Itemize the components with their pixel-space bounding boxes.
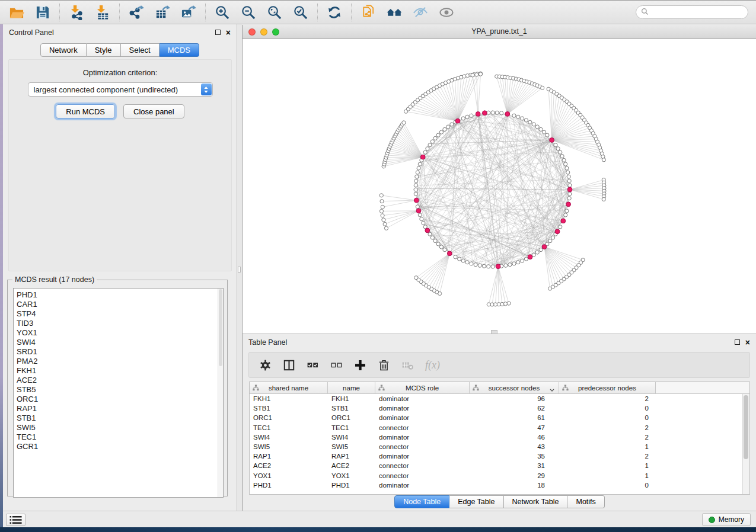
cell-shared-name: ORC1 [250, 414, 328, 421]
network-window-titlebar[interactable]: YPA_prune.txt_1 [242, 25, 756, 39]
sort-chevron-icon [550, 386, 554, 390]
column-header-mcds-role[interactable]: MCDS role [375, 382, 470, 393]
toolbar-group [351, 4, 463, 21]
show-all-button[interactable] [438, 4, 455, 21]
table-row[interactable]: ORC1ORC1dominator610 [250, 413, 742, 422]
close-table-panel-icon[interactable]: × [745, 339, 750, 345]
table-row[interactable]: PHD1PHD1dominator180 [250, 480, 742, 490]
cell-shared-name: YOX1 [250, 472, 328, 479]
cell-mcds-role: connector [375, 462, 470, 469]
toolbar-group [119, 4, 205, 21]
delete-column-button[interactable] [378, 359, 390, 371]
panels-menu-button[interactable] [6, 514, 25, 526]
result-item[interactable]: YOX1 [17, 328, 223, 338]
import-network-button[interactable] [68, 4, 85, 21]
result-item[interactable]: STB1 [17, 414, 223, 423]
zoom-selected-button[interactable] [292, 4, 309, 21]
minimize-traffic-light[interactable] [260, 28, 267, 36]
tab-select[interactable]: Select [121, 43, 160, 57]
result-item[interactable]: ORC1 [17, 395, 223, 404]
optimization-criterion-select[interactable]: largest connected component (undirected) [28, 82, 213, 97]
show-columns-button[interactable] [283, 359, 295, 371]
memory-button[interactable]: Memory [702, 513, 751, 526]
column-header-name[interactable]: name [328, 382, 375, 393]
table-row[interactable]: SWI5SWI5connector431 [250, 442, 742, 451]
result-item[interactable]: TEC1 [17, 432, 223, 442]
close-traffic-light[interactable] [248, 28, 256, 36]
toolbar-group [205, 4, 317, 21]
table-row[interactable]: RAP1RAP1dominator352 [250, 451, 742, 461]
save-session-button[interactable] [34, 4, 51, 21]
cell-successor-nodes: 62 [470, 405, 559, 412]
tab-network[interactable]: Network [40, 43, 87, 57]
open-file-button[interactable] [8, 4, 25, 21]
result-item[interactable]: SWI5 [17, 423, 223, 432]
cell-name: FKH1 [328, 395, 375, 402]
select-all-button[interactable] [307, 359, 319, 371]
export-table-button[interactable] [154, 4, 171, 21]
result-item[interactable]: STP4 [17, 309, 223, 319]
refresh-view-button[interactable] [326, 4, 343, 21]
optimization-criterion-label: Optimization criterion: [9, 68, 231, 77]
cell-name: SWI4 [328, 434, 375, 441]
splitter-grip[interactable] [238, 267, 241, 273]
import-table-button[interactable] [94, 4, 111, 21]
float-panel-icon[interactable] [215, 30, 221, 35]
table-row[interactable]: STB1STB1dominator620 [250, 403, 742, 413]
float-table-panel-icon[interactable] [735, 339, 740, 345]
column-header-successor-nodes[interactable]: successor nodes [470, 382, 559, 393]
column-header-label: shared name [269, 384, 308, 392]
table-row[interactable]: SWI4SWI4dominator462 [250, 432, 742, 442]
result-item[interactable]: TID3 [17, 319, 223, 328]
table-settings-button[interactable] [259, 359, 272, 371]
table-scrollbar-thumb[interactable] [744, 395, 748, 459]
tab-style[interactable]: Style [87, 43, 121, 57]
first-neighbors-button[interactable] [386, 4, 403, 21]
table-row[interactable]: YOX1YOX1connector291 [250, 471, 742, 480]
column-header-shared-name[interactable]: shared name [250, 382, 328, 393]
table-scrollbar[interactable] [742, 394, 749, 494]
export-network-button[interactable] [128, 4, 145, 21]
tab-network-table[interactable]: Network Table [504, 495, 568, 508]
result-scrollbar-thumb[interactable] [219, 289, 222, 366]
result-item[interactable]: PMA2 [17, 357, 223, 366]
result-item[interactable]: ACE2 [17, 376, 223, 385]
cell-successor-nodes: 61 [470, 414, 559, 421]
network-canvas[interactable] [242, 39, 756, 334]
tab-edge-table[interactable]: Edge Table [449, 495, 503, 508]
column-header-label: successor nodes [489, 384, 540, 392]
table-row[interactable]: FKH1FKH1dominator962 [250, 394, 742, 403]
zoom-in-button[interactable] [214, 4, 231, 21]
search-box[interactable] [636, 5, 748, 19]
tab-mcds[interactable]: MCDS [160, 43, 199, 57]
add-column-button[interactable] [354, 359, 366, 371]
duplicate-network-button[interactable] [360, 4, 377, 21]
result-item[interactable]: GCR1 [17, 442, 223, 451]
export-image-button[interactable] [180, 4, 197, 21]
result-item[interactable]: STB5 [17, 385, 223, 395]
run-mcds-button[interactable]: Run MCDS [56, 104, 115, 118]
mcds-result-list[interactable]: PHD1CAR1STP4TID3YOX1SWI4SRD1PMA2FKH1ACE2… [13, 288, 224, 498]
zoom-fit-button[interactable] [266, 4, 283, 21]
result-item[interactable]: FKH1 [17, 366, 223, 376]
mcds-result-title: MCDS result (17 nodes) [12, 275, 97, 284]
table-row[interactable]: TEC1TEC1connector472 [250, 423, 742, 432]
result-item[interactable]: CAR1 [17, 300, 223, 309]
zoom-traffic-light[interactable] [272, 28, 279, 36]
column-header-predecessor-nodes[interactable]: predecessor nodes [559, 382, 656, 393]
close-mcds-panel-button[interactable]: Close panel [123, 104, 184, 118]
panel-splitter[interactable] [237, 24, 242, 511]
result-item[interactable]: SWI4 [17, 338, 223, 347]
table-row[interactable]: ACE2ACE2connector311 [250, 461, 742, 470]
hide-selected-button[interactable] [412, 4, 429, 21]
deselect-all-button[interactable] [330, 359, 343, 371]
result-item[interactable]: SRD1 [17, 347, 223, 357]
close-panel-icon[interactable]: × [226, 30, 231, 36]
result-item[interactable]: PHD1 [17, 290, 223, 300]
tab-motifs[interactable]: Motifs [567, 495, 604, 508]
result-item[interactable]: RAP1 [17, 404, 223, 414]
tab-node-table[interactable]: Node Table [394, 495, 449, 508]
result-scrollbar[interactable] [218, 289, 223, 497]
zoom-out-button[interactable] [240, 4, 257, 21]
search-input[interactable] [652, 8, 744, 17]
